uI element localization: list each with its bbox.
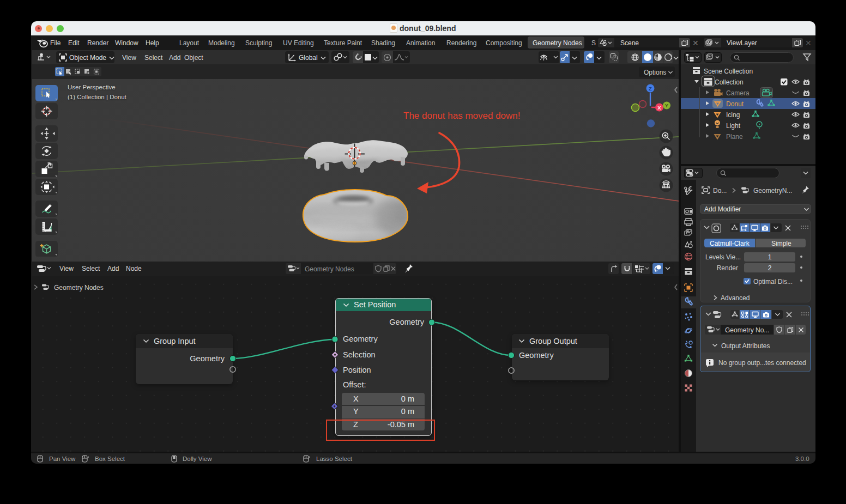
svg-text:Z: Z xyxy=(649,86,652,92)
svg-text:X: X xyxy=(657,105,661,111)
svg-text:Y: Y xyxy=(665,102,669,108)
